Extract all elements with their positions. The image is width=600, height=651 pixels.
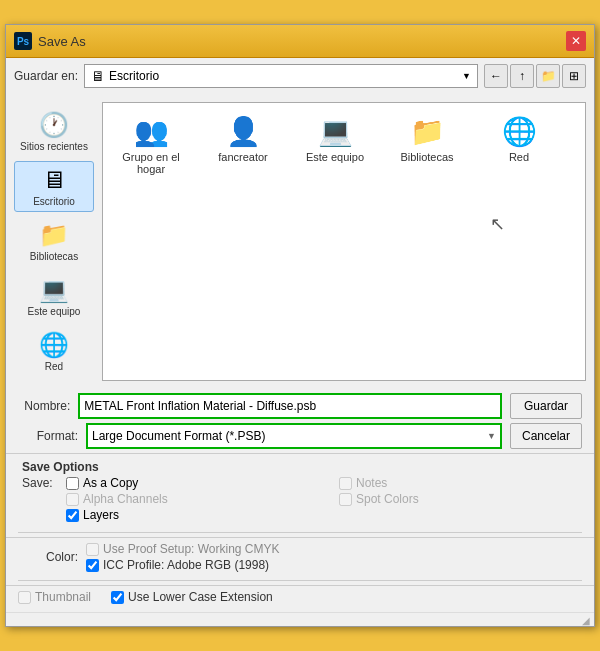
title-bar: Ps Save As ✕: [6, 25, 594, 58]
toolbar-buttons: ← ↑ 📁 ⊞: [484, 64, 586, 88]
view-icon: ⊞: [569, 69, 579, 83]
divider-1: [18, 532, 582, 533]
libraries-file-icon: 📁: [410, 115, 445, 148]
sidebar: 🕐 Sitios recientes 🖥 Escritorio 📁 Biblio…: [14, 102, 94, 381]
format-label: Format:: [18, 429, 78, 443]
sidebar-item-network[interactable]: 🌐 Red: [14, 326, 94, 377]
sidebar-item-desktop[interactable]: 🖥 Escritorio: [14, 161, 94, 212]
format-select-wrap: Large Document Format (*.PSB) Photoshop …: [86, 423, 502, 449]
save-sub-label: Save:: [22, 476, 62, 490]
form-section: Nombre: Format: Large Document Format (*…: [6, 389, 594, 453]
save-button[interactable]: Guardar: [510, 393, 582, 419]
main-content: 🕐 Sitios recientes 🖥 Escritorio 📁 Biblio…: [6, 94, 594, 389]
color-options: Use Proof Setup: Working CMYK ICC Profil…: [86, 542, 280, 572]
format-select[interactable]: Large Document Format (*.PSB) Photoshop …: [86, 423, 502, 449]
use-proof-label: Use Proof Setup: Working CMYK: [103, 542, 280, 556]
network-file-label: Red: [509, 151, 529, 163]
divider-2: [18, 580, 582, 581]
use-proof-checkbox[interactable]: [86, 543, 99, 556]
options-grid: Save Options Save: As a Copy Notes Alph: [22, 460, 582, 522]
computer-icon: 💻: [39, 276, 69, 304]
view-button[interactable]: ⊞: [562, 64, 586, 88]
lower-case-checkbox[interactable]: [111, 591, 124, 604]
location-dropdown[interactable]: 🖥 Escritorio ▼: [84, 64, 478, 88]
resize-handle-icon: ◢: [582, 615, 590, 626]
lower-case-option: Use Lower Case Extension: [111, 590, 273, 604]
use-proof-option: Use Proof Setup: Working CMYK: [86, 542, 280, 556]
homegroup-label: Grupo en el hogar: [115, 151, 187, 175]
guardar-en-label: Guardar en:: [14, 69, 78, 83]
spot-colors-checkbox[interactable]: [339, 493, 352, 506]
as-copy-label: As a Copy: [83, 476, 138, 490]
as-copy-option: As a Copy: [66, 476, 309, 490]
sidebar-network-label: Red: [45, 361, 63, 372]
list-item[interactable]: 👤 fancreator: [203, 111, 283, 179]
libraries-icon: 📁: [39, 221, 69, 249]
list-item[interactable]: 🌐 Red: [479, 111, 559, 179]
options-checkboxes: As a Copy Notes Alpha Channels Spot Colo…: [66, 476, 582, 522]
fancreator-icon: 👤: [226, 115, 261, 148]
layers-label: Layers: [83, 508, 119, 522]
cancel-button[interactable]: Cancelar: [510, 423, 582, 449]
alpha-channels-option: Alpha Channels: [66, 492, 309, 506]
as-copy-checkbox[interactable]: [66, 477, 79, 490]
save-options-section: Save Options Save: As a Copy Notes Alph: [6, 453, 594, 528]
ps-app-icon: Ps: [14, 32, 32, 50]
icc-profile-option: ICC Profile: Adobe RGB (1998): [86, 558, 280, 572]
thumbnail-label: Thumbnail: [35, 590, 91, 604]
network-file-icon: 🌐: [502, 115, 537, 148]
spot-colors-option: Spot Colors: [339, 492, 582, 506]
title-bar-left: Ps Save As: [14, 32, 86, 50]
computer-file-icon: 💻: [318, 115, 353, 148]
back-icon: ←: [490, 69, 502, 83]
list-item[interactable]: 💻 Este equipo: [295, 111, 375, 179]
new-folder-button[interactable]: 📁: [536, 64, 560, 88]
nombre-label: Nombre:: [18, 399, 70, 413]
spot-colors-label: Spot Colors: [356, 492, 419, 506]
toolbar: Guardar en: 🖥 Escritorio ▼ ← ↑ 📁 ⊞: [6, 58, 594, 94]
list-item[interactable]: 👥 Grupo en el hogar: [111, 111, 191, 179]
layers-checkbox[interactable]: [66, 509, 79, 522]
color-row: Color: Use Proof Setup: Working CMYK ICC…: [18, 542, 582, 572]
up-folder-icon: ↑: [519, 69, 525, 83]
thumbnail-section: Thumbnail Use Lower Case Extension: [6, 585, 594, 612]
sidebar-computer-label: Este equipo: [28, 306, 81, 317]
list-item[interactable]: 📁 Bibliotecas: [387, 111, 467, 179]
window-title: Save As: [38, 34, 86, 49]
form-fields: Nombre: Format: Large Document Format (*…: [18, 393, 502, 449]
layers-option: Layers: [66, 508, 309, 522]
format-row: Format: Large Document Format (*.PSB) Ph…: [18, 423, 502, 449]
dropdown-arrow-icon: ▼: [462, 71, 471, 81]
close-button[interactable]: ✕: [566, 31, 586, 51]
sidebar-item-libraries[interactable]: 📁 Bibliotecas: [14, 216, 94, 267]
icc-profile-checkbox[interactable]: [86, 559, 99, 572]
options-header-row: Save Options: [22, 460, 582, 474]
desktop-icon: 🖥: [91, 68, 105, 84]
color-label: Color:: [18, 550, 78, 564]
thumbnail-option: Thumbnail: [18, 590, 91, 604]
up-button[interactable]: ↑: [510, 64, 534, 88]
desktop-sidebar-icon: 🖥: [42, 166, 66, 194]
libraries-file-label: Bibliotecas: [400, 151, 453, 163]
notes-option: Notes: [339, 476, 582, 490]
resize-area: ◢: [6, 612, 594, 626]
network-icon: 🌐: [39, 331, 69, 359]
homegroup-icon: 👥: [134, 115, 169, 148]
sidebar-item-recent[interactable]: 🕐 Sitios recientes: [14, 106, 94, 157]
save-as-dialog: Ps Save As ✕ Guardar en: 🖥 Escritorio ▼ …: [5, 24, 595, 627]
icc-profile-label: ICC Profile: Adobe RGB (1998): [103, 558, 269, 572]
file-browser: 👥 Grupo en el hogar 👤 fancreator 💻 Este …: [102, 102, 586, 381]
save-label-options-row: Save: As a Copy Notes Alpha Channels: [22, 476, 582, 522]
notes-checkbox[interactable]: [339, 477, 352, 490]
cursor-indicator: ↖: [490, 213, 505, 235]
file-name-input[interactable]: [78, 393, 502, 419]
alpha-channels-label: Alpha Channels: [83, 492, 168, 506]
thumbnail-checkbox[interactable]: [18, 591, 31, 604]
sidebar-libraries-label: Bibliotecas: [30, 251, 78, 262]
alpha-channels-checkbox[interactable]: [66, 493, 79, 506]
lower-case-label: Use Lower Case Extension: [128, 590, 273, 604]
recent-icon: 🕐: [39, 111, 69, 139]
notes-label: Notes: [356, 476, 387, 490]
sidebar-item-computer[interactable]: 💻 Este equipo: [14, 271, 94, 322]
back-button[interactable]: ←: [484, 64, 508, 88]
